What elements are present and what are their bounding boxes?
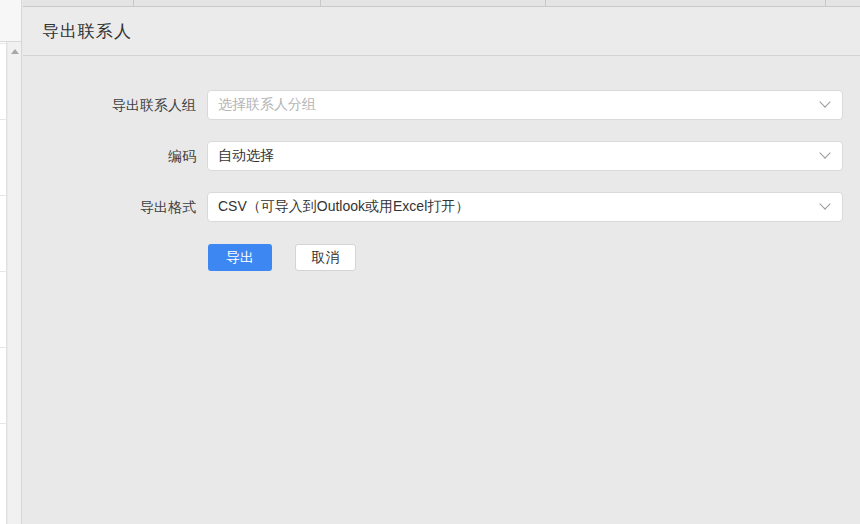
export-group-select[interactable]: 选择联系人分组: [207, 90, 843, 120]
export-contacts-page: 导出联系人 导出联系人组 选择联系人分组 编码 自动选择 导出格式 CSV（可导…: [0, 0, 860, 524]
chevron-down-icon: [819, 96, 830, 107]
chevron-down-icon: [819, 147, 830, 158]
export-group-label: 导出联系人组: [23, 90, 196, 120]
scroll-up-icon[interactable]: [11, 49, 19, 54]
tab-divider: [320, 0, 321, 6]
encoding-label: 编码: [23, 141, 196, 171]
cancel-button[interactable]: 取消: [295, 244, 356, 271]
sidebar-top-corner: [0, 0, 22, 42]
browser-tab-strip: [23, 0, 860, 7]
export-format-label: 导出格式: [23, 192, 196, 222]
background-list-column: [0, 0, 7, 524]
chevron-down-icon: [819, 198, 830, 209]
title-bar: 导出联系人: [23, 7, 860, 56]
tab-divider: [545, 0, 546, 6]
main-panel: 导出联系人 导出联系人组 选择联系人分组 编码 自动选择 导出格式 CSV（可导…: [23, 0, 860, 524]
encoding-select[interactable]: 自动选择: [207, 141, 843, 171]
export-button[interactable]: 导出: [208, 244, 272, 271]
sidebar-collapse-strip[interactable]: [8, 0, 22, 524]
tab-divider: [133, 0, 134, 6]
tab-divider: [825, 0, 826, 6]
export-form: 导出联系人组 选择联系人分组 编码 自动选择 导出格式 CSV（可导入到Outl…: [23, 56, 860, 522]
export-format-value: CSV（可导入到Outlook或用Excel打开）: [218, 198, 469, 216]
encoding-value: 自动选择: [218, 147, 274, 165]
export-format-select[interactable]: CSV（可导入到Outlook或用Excel打开）: [207, 192, 843, 222]
export-group-placeholder: 选择联系人分组: [218, 96, 316, 114]
page-title: 导出联系人: [42, 20, 132, 43]
